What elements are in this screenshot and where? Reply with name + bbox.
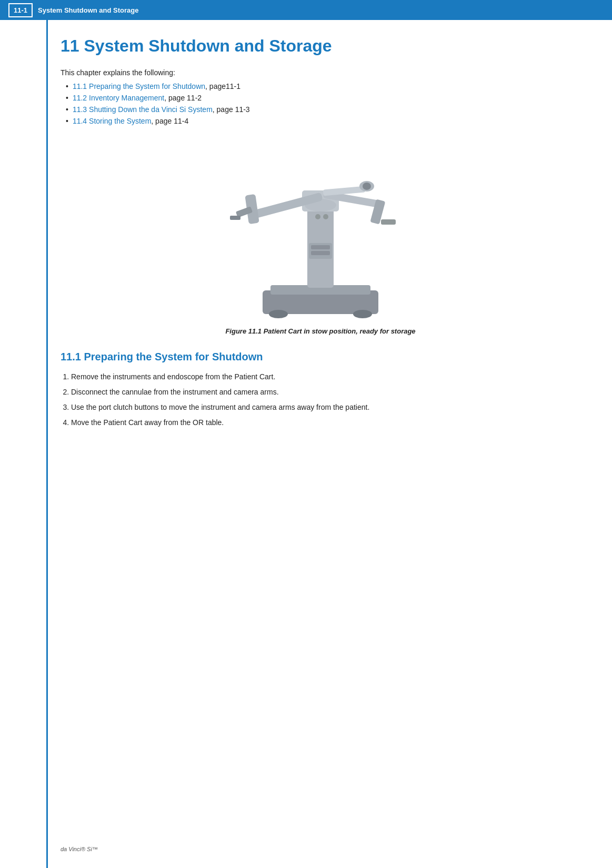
intro-text: This chapter explains the following:	[61, 68, 580, 77]
main-content: 11 System Shutdown and Storage This chap…	[61, 20, 580, 439]
svg-rect-11	[381, 219, 396, 225]
left-accent-line	[46, 20, 48, 868]
figure-container: Figure 11.1 Patient Cart in stow positio…	[61, 138, 580, 335]
toc-page-3: , page 11-3	[213, 105, 250, 114]
chapter-number-box: 11-1	[8, 3, 33, 17]
step-3: Use the port clutch buttons to move the …	[71, 402, 580, 413]
svg-point-21	[353, 310, 372, 318]
toc-page-2: , page 11-2	[164, 94, 202, 102]
toc-item-3: 11.3 Shutting Down the da Vinci Si Syste…	[66, 105, 580, 114]
svg-point-15	[315, 214, 320, 219]
toc-item-4: 11.4 Storing the System, page 11-4	[66, 117, 580, 125]
header-bar: 11-1 System Shutdown and Storage	[0, 0, 612, 20]
footer: da Vinci® Si™	[61, 846, 98, 852]
toc-list: 11.1 Preparing the System for Shutdown, …	[66, 82, 580, 125]
svg-rect-19	[311, 251, 330, 255]
header-chapter-title: System Shutdown and Storage	[38, 6, 138, 14]
svg-rect-18	[311, 245, 330, 249]
steps-list: Remove the instruments and endoscope fro…	[71, 371, 580, 428]
toc-link-1[interactable]: 11.1 Preparing the System for Shutdown	[73, 82, 205, 90]
chapter-title: 11 System Shutdown and Storage	[61, 36, 580, 56]
chapter-title-text: System Shutdown and Storage	[84, 36, 332, 55]
footer-text: da Vinci® Si™	[61, 846, 98, 852]
figure-caption: Figure 11.1 Patient Cart in stow positio…	[225, 327, 415, 335]
toc-link-4[interactable]: 11.4 Storing the System	[73, 117, 151, 125]
toc-item-2: 11.2 Inventory Management, page 11-2	[66, 94, 580, 102]
robot-cart-image	[220, 138, 420, 322]
step-4: Move the Patient Cart away from the OR t…	[71, 417, 580, 428]
toc-page-4: , page 11-4	[151, 117, 188, 125]
toc-item-1: 11.1 Preparing the System for Shutdown, …	[66, 82, 580, 90]
toc-page-1: , page11-1	[205, 82, 240, 90]
svg-point-14	[363, 183, 371, 190]
toc-link-2[interactable]: 11.2 Inventory Management	[73, 94, 164, 102]
step-2: Disconnect the cannulae from the instrum…	[71, 387, 580, 398]
toc-link-3[interactable]: 11.3 Shutting Down the da Vinci Si Syste…	[73, 105, 213, 114]
svg-point-20	[269, 310, 288, 318]
step-1: Remove the instruments and endoscope fro…	[71, 371, 580, 382]
svg-rect-8	[230, 216, 240, 220]
section-11-1-heading: 11.1 Preparing the System for Shutdown	[61, 351, 580, 363]
svg-point-16	[323, 214, 328, 219]
chapter-number: 11	[61, 36, 79, 55]
